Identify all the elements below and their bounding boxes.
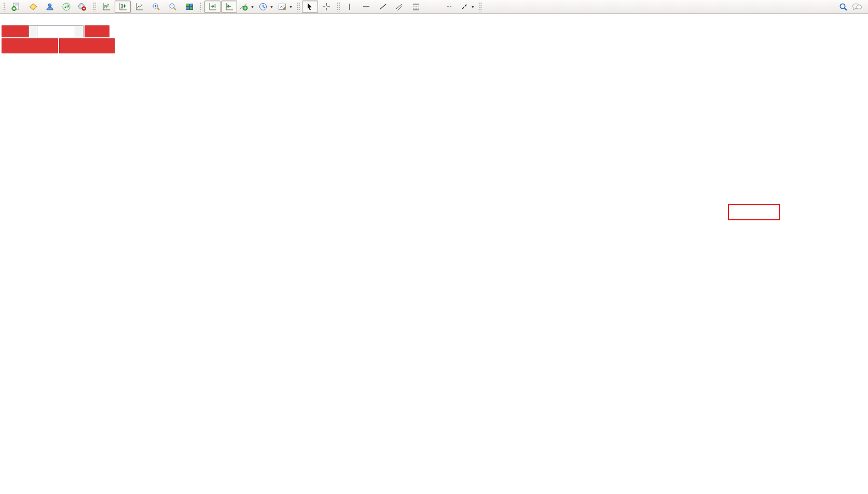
trendline-icon [379, 3, 387, 11]
bar-chart-button[interactable] [98, 1, 114, 13]
zoom-out-button[interactable] [164, 1, 181, 13]
toolbar-gripper [297, 2, 300, 11]
chevron-down-icon: ▼ [471, 5, 475, 9]
toolbar-gripper [479, 2, 482, 11]
volume-decrease-button[interactable] [29, 25, 37, 37]
candlestick-chart-button[interactable] [115, 1, 131, 13]
signal-icon [62, 3, 71, 11]
zoom-in-icon [152, 3, 160, 11]
zoom-out-icon [169, 3, 177, 11]
templates-button[interactable]: ▼ [276, 1, 295, 13]
template-icon [278, 3, 286, 11]
horizontal-line-button[interactable] [359, 1, 375, 13]
indicators-icon [240, 3, 248, 11]
buy-button[interactable] [85, 25, 109, 37]
quotes-icon [29, 3, 37, 11]
vertical-line-icon [346, 3, 354, 11]
chart-canvas[interactable] [0, 0, 868, 494]
auto-scroll-button[interactable] [204, 1, 221, 13]
tile-windows-icon [185, 3, 194, 11]
chat-icon[interactable] [852, 3, 862, 11]
line-chart-icon [135, 3, 144, 11]
toolbar-gripper [337, 2, 340, 11]
fibonacci-icon [412, 3, 419, 11]
chart-shift-icon [225, 3, 233, 11]
candlestick-chart-icon [119, 3, 127, 11]
volume-input[interactable] [37, 25, 75, 37]
trendline-button[interactable] [375, 1, 391, 13]
tile-windows-button[interactable] [181, 1, 197, 13]
profile-icon [46, 3, 54, 11]
search-icon[interactable] [839, 3, 848, 11]
buy-price[interactable] [59, 38, 115, 53]
text-label-icon [447, 6, 451, 7]
sell-button[interactable] [2, 25, 29, 37]
toolbar-gripper [199, 2, 202, 11]
line-chart-button[interactable] [131, 1, 147, 13]
cursor-icon [306, 3, 314, 11]
text-label-button[interactable] [442, 1, 458, 13]
new-order-icon [11, 3, 20, 11]
bar-chart-icon [102, 3, 111, 11]
price-callout-box[interactable] [728, 204, 780, 220]
arrows-button[interactable]: ▼ [458, 1, 477, 13]
vertical-line-button[interactable] [342, 1, 358, 13]
quotes-button[interactable] [25, 1, 41, 13]
crosshair-icon [322, 3, 330, 11]
zoom-in-button[interactable] [148, 1, 164, 13]
sell-price[interactable] [2, 38, 58, 53]
autotrade-icon [78, 3, 86, 11]
fibonacci-button[interactable] [408, 1, 424, 13]
periods-button[interactable]: ▼ [257, 1, 275, 13]
volume-increase-button[interactable] [75, 25, 84, 37]
signals-button[interactable] [58, 1, 74, 13]
equidistant-channel-button[interactable] [392, 1, 408, 13]
community-button[interactable] [42, 1, 58, 13]
clock-icon [259, 3, 267, 11]
terminal-window: ▼ ▼ ▼ [0, 0, 868, 494]
toolbar-gripper [93, 2, 96, 11]
chart-shift-button[interactable] [221, 1, 237, 13]
channel-icon [396, 3, 403, 11]
text-button[interactable] [425, 1, 441, 13]
crosshair-button[interactable] [319, 1, 335, 13]
indicators-button[interactable]: ▼ [238, 1, 256, 13]
chevron-down-icon: ▼ [270, 5, 273, 9]
toolbar: ▼ ▼ ▼ [0, 0, 868, 14]
horizontal-line-icon [362, 3, 370, 11]
chevron-down-icon: ▼ [251, 5, 254, 9]
one-click-trading-panel [2, 25, 115, 53]
autotrade-button[interactable] [75, 1, 91, 13]
cursor-button[interactable] [302, 1, 318, 13]
auto-scroll-icon [209, 3, 217, 11]
toolbar-right [839, 3, 866, 11]
new-order-button[interactable] [8, 1, 24, 13]
chevron-down-icon: ▼ [289, 5, 293, 9]
toolbar-gripper [3, 2, 6, 11]
arrows-icon [460, 3, 469, 11]
